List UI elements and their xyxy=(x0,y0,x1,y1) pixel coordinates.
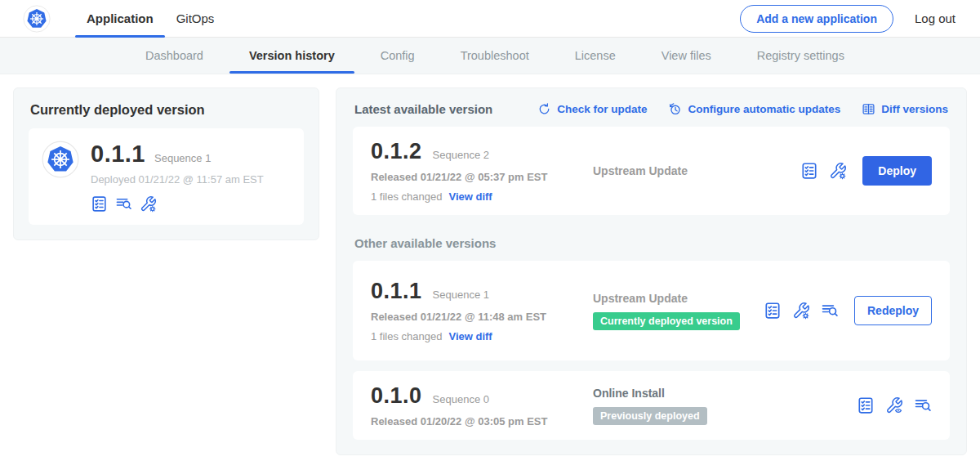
other-versions-title: Other available versions xyxy=(354,236,948,250)
previously-deployed-badge: Previously deployed xyxy=(593,407,707,425)
check-for-update-link[interactable]: Check for update xyxy=(537,102,647,116)
diff-versions-link[interactable]: Diff versions xyxy=(862,102,948,116)
version-number: 0.1.2 xyxy=(371,139,422,164)
tab-application[interactable]: Application xyxy=(75,0,165,37)
top-nav-tabs: Application GitOps xyxy=(75,0,225,37)
edit-config-icon[interactable] xyxy=(792,302,810,320)
source-label: Online Install xyxy=(593,387,857,400)
refresh-icon xyxy=(537,102,551,116)
files-changed-label: 1 files changed xyxy=(371,190,442,203)
subtab-registry-settings[interactable]: Registry settings xyxy=(734,38,867,74)
version-row-0-1-1: 0.1.1 Sequence 1 Released 01/21/22 @ 11:… xyxy=(353,261,950,360)
version-info: 0.1.0 Sequence 0 Released 01/20/22 @ 03:… xyxy=(371,383,590,427)
version-info: 0.1.1 Sequence 1 Released 01/21/22 @ 11:… xyxy=(371,279,590,342)
released-timestamp: Released 01/21/22 @ 11:48 am EST xyxy=(371,311,590,323)
version-source: Upstream Update Currently deployed versi… xyxy=(590,292,764,330)
configure-automatic-updates-label: Configure automatic updates xyxy=(688,103,840,115)
view-config-icon[interactable] xyxy=(885,396,903,414)
source-label: Upstream Update xyxy=(593,164,800,177)
deployed-sequence-label: Sequence 1 xyxy=(154,152,211,164)
release-notes-icon[interactable] xyxy=(800,162,818,180)
subtab-version-history[interactable]: Version history xyxy=(226,38,358,74)
sequence-label: Sequence 1 xyxy=(433,289,489,301)
view-logs-icon[interactable] xyxy=(914,396,932,414)
view-logs-icon[interactable] xyxy=(821,302,839,320)
edit-config-icon[interactable] xyxy=(829,162,847,180)
diff-table-icon xyxy=(862,102,875,116)
currently-deployed-panel: Currently deployed version 0.1.1 Sequenc… xyxy=(13,87,319,240)
released-timestamp: Released 01/20/22 @ 03:05 pm EST xyxy=(371,415,590,427)
tab-gitops-label: GitOps xyxy=(176,11,215,25)
sequence-label: Sequence 0 xyxy=(433,393,489,405)
source-label: Upstream Update xyxy=(593,292,764,305)
tab-application-label: Application xyxy=(87,11,154,25)
clock-arrow-icon xyxy=(668,102,682,116)
release-notes-icon[interactable] xyxy=(857,396,875,414)
version-info: 0.1.2 Sequence 2 Released 01/21/22 @ 05:… xyxy=(371,139,590,203)
subtab-license[interactable]: License xyxy=(552,38,639,74)
app-logo-icon xyxy=(42,141,79,178)
main-content: Currently deployed version 0.1.1 Sequenc… xyxy=(0,74,980,461)
version-source: Upstream Update xyxy=(590,164,800,177)
deployed-panel-title: Currently deployed version xyxy=(30,102,304,118)
version-number: 0.1.0 xyxy=(371,383,422,409)
logout-button[interactable]: Log out xyxy=(915,11,956,25)
subtab-config[interactable]: Config xyxy=(358,38,438,74)
versions-header-actions: Check for update Configure automatic upd… xyxy=(537,102,948,116)
diff-versions-label: Diff versions xyxy=(881,103,948,115)
edit-config-icon[interactable] xyxy=(140,195,157,213)
latest-version-title: Latest available version xyxy=(354,102,492,116)
files-changed-label: 1 files changed xyxy=(371,330,442,342)
deployed-timestamp: Deployed 01/21/22 @ 11:57 am EST xyxy=(91,173,264,186)
view-diff-link[interactable]: View diff xyxy=(448,190,492,203)
version-source: Online Install Previously deployed xyxy=(590,387,857,425)
release-notes-icon[interactable] xyxy=(764,302,782,320)
deployed-version-number: 0.1.1 xyxy=(91,141,145,168)
available-versions-panel: Latest available version Check for updat… xyxy=(336,87,967,455)
top-nav-right: Add a new application Log out xyxy=(740,5,956,33)
configure-automatic-updates-link[interactable]: Configure automatic updates xyxy=(668,102,840,116)
subtab-troubleshoot[interactable]: Troubleshoot xyxy=(438,38,552,74)
top-navigation: Application GitOps Add a new application… xyxy=(0,0,980,38)
redeploy-button[interactable]: Redeploy xyxy=(854,296,932,325)
add-new-application-button[interactable]: Add a new application xyxy=(740,5,893,33)
currently-deployed-badge: Currently deployed version xyxy=(593,312,740,330)
release-notes-icon[interactable] xyxy=(91,195,108,213)
subtab-dashboard[interactable]: Dashboard xyxy=(122,38,226,74)
check-for-update-label: Check for update xyxy=(557,103,647,115)
subtab-view-files[interactable]: View files xyxy=(639,38,734,74)
view-logs-icon[interactable] xyxy=(115,195,132,213)
version-number: 0.1.1 xyxy=(371,279,422,304)
view-diff-link[interactable]: View diff xyxy=(448,330,492,342)
sequence-label: Sequence 2 xyxy=(433,149,489,161)
version-row-0-1-0: 0.1.0 Sequence 0 Released 01/20/22 @ 03:… xyxy=(353,371,950,440)
version-row-0-1-2: 0.1.2 Sequence 2 Released 01/21/22 @ 05:… xyxy=(353,127,950,215)
released-timestamp: Released 01/21/22 @ 05:37 pm EST xyxy=(371,171,590,183)
deployed-version-details: 0.1.1 Sequence 1 Deployed 01/21/22 @ 11:… xyxy=(91,141,264,213)
version-actions xyxy=(857,396,932,414)
tab-gitops[interactable]: GitOps xyxy=(165,0,226,37)
version-actions: Redeploy xyxy=(764,296,932,325)
app-sub-navigation: Dashboard Version history Config Trouble… xyxy=(0,38,980,74)
versions-panel-header: Latest available version Check for updat… xyxy=(353,101,950,116)
deploy-button[interactable]: Deploy xyxy=(862,156,932,186)
deployed-version-card: 0.1.1 Sequence 1 Deployed 01/21/22 @ 11:… xyxy=(29,128,304,225)
kubernetes-logo-icon xyxy=(23,5,51,33)
deployed-action-icons xyxy=(91,195,264,213)
version-actions: Deploy xyxy=(800,156,932,186)
